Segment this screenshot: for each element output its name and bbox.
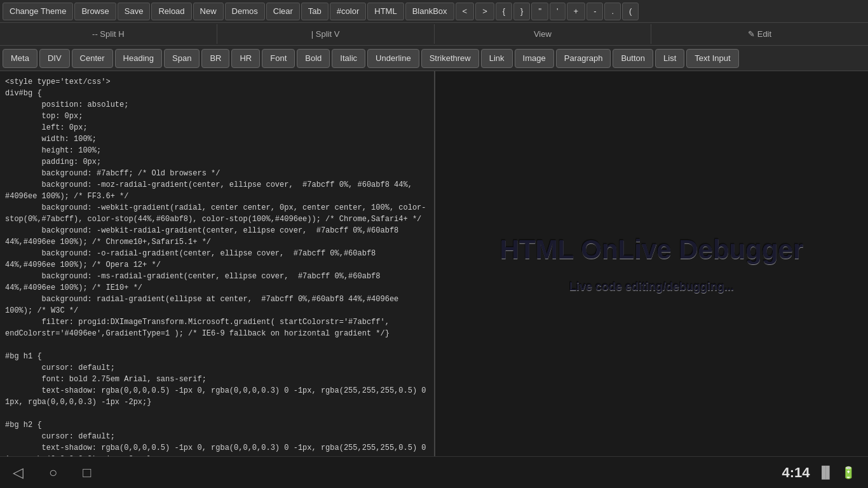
strikethrew-button[interactable]: Strikethrew	[421, 49, 479, 68]
double-quote-button[interactable]: "	[531, 3, 548, 20]
status-right: 4:14 ▐▌ 🔋	[782, 464, 855, 481]
tab-button[interactable]: Tab	[301, 3, 329, 20]
paragraph-button[interactable]: Paragraph	[556, 49, 611, 68]
split-toolbar-edit[interactable]: ✎ Edit	[651, 24, 868, 44]
signal-icon: ▐▌	[817, 466, 834, 479]
back-button[interactable]: ◁	[13, 464, 24, 481]
clock: 4:14	[782, 464, 810, 481]
center-button[interactable]: Center	[72, 49, 113, 68]
font-button[interactable]: Font	[262, 49, 295, 68]
image-button[interactable]: Image	[515, 49, 554, 68]
meta-button[interactable]: Meta	[3, 49, 37, 68]
home-button[interactable]: ○	[49, 464, 57, 481]
new-button[interactable]: New	[193, 3, 224, 20]
br-button[interactable]: BR	[201, 49, 229, 68]
html-button[interactable]: HTML	[367, 3, 403, 20]
code-editor[interactable]: <style type='text/css'> div#bg { positio…	[0, 71, 435, 456]
bold-button[interactable]: Bold	[297, 49, 330, 68]
element-toolbar: MetaDIVCenterHeadingSpanBRHRFontBoldItal…	[0, 46, 868, 71]
top-toolbar: Change ThemeBrowseSaveReloadNewDemosClea…	[0, 0, 868, 23]
link-button[interactable]: Link	[481, 49, 513, 68]
minus-button[interactable]: -	[587, 3, 603, 20]
close-brace-button[interactable]: }	[513, 3, 530, 20]
nav-buttons: ◁ ○ □	[13, 464, 92, 481]
italic-button[interactable]: Italic	[332, 49, 365, 68]
single-quote-button[interactable]: '	[550, 3, 565, 20]
heading-button[interactable]: Heading	[115, 49, 162, 68]
lt-button[interactable]: <	[456, 3, 475, 20]
change-theme-button[interactable]: Change Theme	[3, 3, 73, 20]
underline-button[interactable]: Underline	[367, 49, 419, 68]
main-content: <style type='text/css'> div#bg { positio…	[0, 71, 868, 456]
blankbox-button[interactable]: BlankBox	[405, 3, 454, 20]
reload-button[interactable]: Reload	[151, 3, 191, 20]
open-brace-button[interactable]: {	[496, 3, 512, 20]
button-button[interactable]: Button	[613, 49, 653, 68]
split-toolbar: -- Split H| Split VView✎ Edit	[0, 23, 868, 46]
plus-button[interactable]: +	[567, 3, 586, 20]
split-toolbar-split-h[interactable]: -- Split H	[0, 24, 217, 44]
gt-button[interactable]: >	[475, 3, 494, 20]
battery-icon: 🔋	[841, 466, 855, 480]
open-paren-button[interactable]: (	[622, 3, 639, 20]
split-toolbar-view[interactable]: View	[435, 24, 652, 44]
demos-button[interactable]: Demos	[225, 3, 265, 20]
text-input-button[interactable]: Text Input	[686, 49, 738, 68]
browse-button[interactable]: Browse	[74, 3, 116, 20]
preview-subtitle: Live code editing/debugging...	[569, 280, 734, 294]
color-button[interactable]: #color	[330, 3, 366, 20]
span-button[interactable]: Span	[164, 49, 200, 68]
bottom-bar: ◁ ○ □ 4:14 ▐▌ 🔋	[0, 456, 868, 488]
div-button[interactable]: DIV	[39, 49, 70, 68]
hr-button[interactable]: HR	[231, 49, 260, 68]
list-button[interactable]: List	[655, 49, 684, 68]
dot-button[interactable]: .	[604, 3, 621, 20]
preview-area: HTML OnLive Debugger Live code editing/d…	[435, 71, 868, 456]
recent-button[interactable]: □	[83, 464, 91, 481]
preview-title: HTML OnLive Debugger	[500, 234, 804, 265]
clear-button[interactable]: Clear	[266, 3, 300, 20]
split-toolbar-split-v[interactable]: | Split V	[217, 24, 435, 44]
save-button[interactable]: Save	[118, 3, 151, 20]
